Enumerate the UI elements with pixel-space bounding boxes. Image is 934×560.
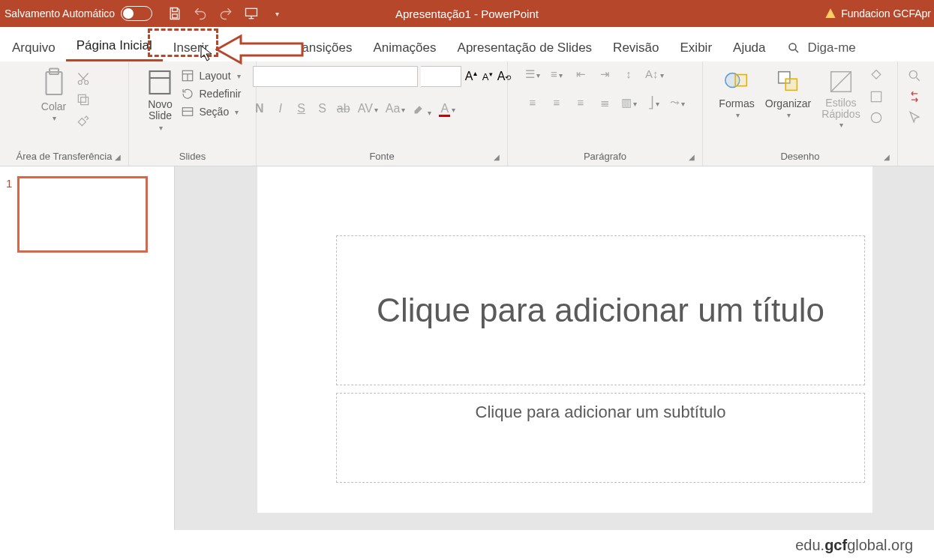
subtitle-placeholder[interactable]: Clique para adicionar um subtítulo [336, 393, 865, 483]
shape-effects-button[interactable] [868, 109, 884, 126]
format-painter-button[interactable] [75, 112, 92, 129]
account-area[interactable]: Fundacion GCFApr [824, 7, 931, 19]
strikethrough-button[interactable]: ab [337, 102, 350, 118]
clear-formatting-button[interactable]: A⟲ [497, 70, 512, 83]
font-family-combo[interactable] [253, 66, 418, 87]
ribbon-tabs: Arquivo Página Inicial Inserir Design Tr… [0, 27, 934, 61]
font-color-button[interactable]: A▾ [439, 102, 455, 118]
svg-rect-19 [871, 91, 881, 101]
tab-apresentacao-de-slides[interactable]: Apresentação de Slides [447, 33, 603, 61]
account-label: Fundacion GCFApr [841, 7, 931, 19]
shapes-label: Formas [719, 97, 754, 109]
bold-button[interactable]: N [253, 102, 266, 118]
shadow-button[interactable]: S [316, 102, 329, 118]
undo-icon[interactable] [193, 6, 208, 21]
tab-inserir[interactable]: Inserir [163, 33, 219, 61]
decrease-font-size-button[interactable]: A▾ [481, 70, 494, 82]
tab-exibir[interactable]: Exibir [670, 33, 723, 61]
convert-smartart-button[interactable]: ⤳▾ [670, 96, 685, 109]
title-bar: Salvamento Automático ▾ Apresentação1 - … [0, 0, 934, 27]
highlight-color-button[interactable]: ▾ [413, 102, 431, 118]
quick-styles-button[interactable]: Estilos Rápidos▾ [818, 66, 863, 130]
new-slide-button[interactable]: Novo Slide ▾ [143, 66, 176, 133]
find-button[interactable] [906, 67, 923, 84]
watermark-suffix: global.org [847, 537, 913, 554]
slide-thumbnail-pane[interactable]: 1 [0, 166, 175, 530]
tab-design[interactable]: Design [219, 33, 280, 61]
warning-icon [824, 7, 836, 19]
tab-revisao[interactable]: Revisão [602, 33, 669, 61]
shape-outline-button[interactable] [868, 88, 884, 105]
tab-animacoes[interactable]: Animações [362, 33, 446, 61]
cut-button[interactable] [75, 70, 92, 87]
paste-button[interactable]: Colar ▾ [38, 66, 71, 124]
svg-point-8 [84, 81, 88, 85]
align-center-button[interactable]: ≡ [549, 96, 564, 109]
tab-pagina-inicial[interactable]: Página Inicial [66, 31, 163, 61]
columns-button[interactable]: ▥▾ [621, 96, 637, 109]
section-button[interactable]: Seção▾ [181, 105, 241, 118]
italic-button[interactable]: I [274, 102, 287, 118]
group-label-slides: Slides [135, 149, 250, 164]
svg-rect-9 [80, 97, 88, 105]
tell-me-search[interactable]: Diga-me [787, 40, 856, 61]
line-spacing-button[interactable]: ↕ [621, 67, 636, 81]
tab-transicoes[interactable]: Transições [280, 33, 363, 61]
qat-customize-icon[interactable]: ▾ [269, 6, 284, 21]
group-font: A▴ A▾ A⟲ N I S S ab AV▾ Aa▾ ▾ A▾ Fonte ◢ [257, 61, 508, 166]
dialog-launcher-icon[interactable]: ◢ [884, 153, 890, 161]
bullets-button[interactable]: ☰▾ [525, 67, 540, 81]
group-label-font: Fonte ◢ [263, 149, 501, 164]
replace-button[interactable] [906, 88, 923, 105]
toggle-switch-icon[interactable] [121, 6, 152, 21]
watermark-bold: gcf [824, 537, 847, 554]
group-label-clipboard: Área de Transferência ◢ [6, 149, 122, 164]
arrange-button[interactable]: Organizar▾ [762, 66, 814, 121]
group-slides: Novo Slide ▾ Layout▾ Redefinir Seção▾ Sl… [129, 61, 257, 166]
svg-rect-17 [785, 79, 797, 90]
slide[interactable]: Clique para adicionar um título Clique p… [257, 166, 872, 513]
shape-fill-button[interactable] [868, 67, 884, 84]
autosave-label: Salvamento Automático [5, 7, 115, 19]
align-left-button[interactable]: ≡ [525, 96, 540, 109]
decrease-indent-button[interactable]: ⇤ [573, 67, 588, 81]
group-label-editing [904, 160, 925, 164]
change-case-button[interactable]: Aa▾ [386, 102, 406, 118]
justify-button[interactable]: ≣ [597, 96, 612, 109]
character-spacing-button[interactable]: AV▾ [358, 102, 378, 118]
increase-font-size-button[interactable]: A▴ [464, 69, 478, 83]
search-icon [787, 41, 800, 55]
text-direction-button[interactable]: A↕▾ [645, 67, 664, 81]
group-label-drawing: Desenho ◢ [709, 149, 891, 164]
dialog-launcher-icon[interactable]: ◢ [689, 153, 695, 161]
title-placeholder[interactable]: Clique para adicionar um título [336, 235, 865, 385]
dialog-launcher-icon[interactable]: ◢ [494, 153, 500, 161]
autosave-toggle[interactable]: Salvamento Automático [5, 6, 152, 21]
underline-button[interactable]: S [295, 102, 308, 118]
group-editing [898, 61, 931, 166]
new-slide-label: Novo Slide [148, 99, 173, 122]
section-label: Seção [199, 106, 229, 118]
slide-canvas-area[interactable]: Clique para adicionar um título Clique p… [175, 166, 934, 530]
tab-arquivo[interactable]: Arquivo [2, 33, 66, 61]
chevron-down-icon: ▾ [237, 72, 241, 80]
dialog-launcher-icon[interactable]: ◢ [115, 153, 121, 161]
increase-indent-button[interactable]: ⇥ [597, 67, 612, 81]
tab-ajuda[interactable]: Ajuda [722, 33, 776, 61]
save-icon[interactable] [167, 6, 182, 21]
numbering-button[interactable]: ≡▾ [549, 67, 564, 81]
slideshow-from-start-icon[interactable] [244, 6, 259, 21]
workspace: 1 Clique para adicionar um título Clique… [0, 166, 934, 530]
align-right-button[interactable]: ≡ [573, 96, 588, 109]
select-button[interactable] [906, 109, 923, 126]
font-size-combo[interactable] [421, 66, 461, 87]
tell-me-label: Diga-me [808, 40, 856, 55]
align-text-button[interactable]: ⎦▾ [646, 96, 661, 109]
shapes-button[interactable]: Formas▾ [716, 66, 757, 121]
layout-button[interactable]: Layout▾ [181, 69, 241, 82]
copy-button[interactable] [75, 91, 92, 108]
group-drawing: Formas▾ Organizar▾ Estilos Rápidos▾ Dese… [703, 61, 898, 166]
redo-icon[interactable] [218, 6, 233, 21]
slide-thumbnail-1[interactable] [18, 177, 147, 252]
reset-button[interactable]: Redefinir [181, 87, 241, 100]
